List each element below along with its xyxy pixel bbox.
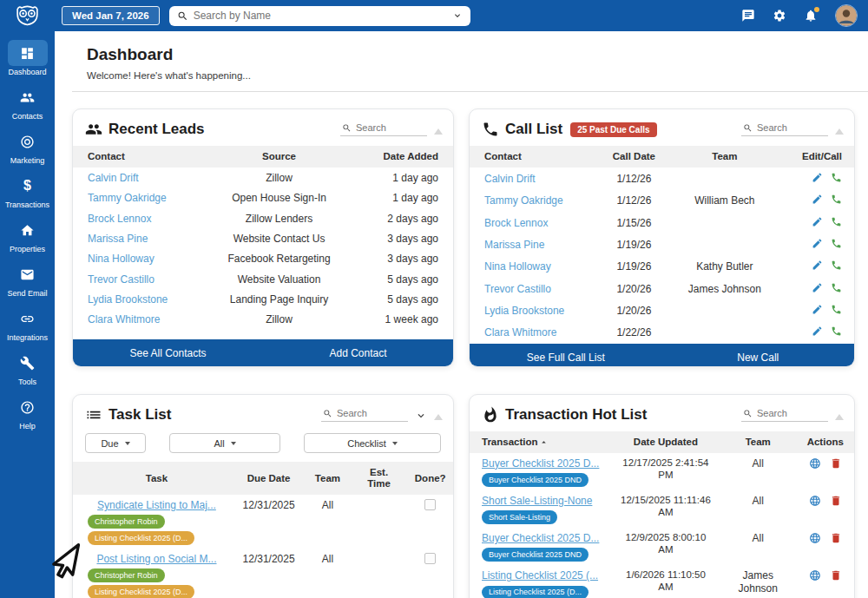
app-logo[interactable] <box>0 4 55 27</box>
topbar: Wed Jan 7, 2026 <box>0 0 868 31</box>
globe-icon[interactable] <box>809 532 821 544</box>
search-icon <box>177 10 188 22</box>
add-contact-button[interactable]: Add Contact <box>263 339 453 366</box>
card-search[interactable] <box>741 122 828 136</box>
call-icon[interactable] <box>831 194 842 205</box>
edit-icon[interactable] <box>812 260 823 271</box>
edit-icon[interactable] <box>812 238 823 249</box>
see-full-call-list-button[interactable]: See Full Call List <box>470 344 662 367</box>
call-icon[interactable] <box>831 282 842 293</box>
card-search[interactable] <box>321 408 408 422</box>
sidebar-item-integrations[interactable]: Integrations <box>0 306 55 342</box>
sidebar-item-label: Contacts <box>12 112 43 121</box>
topbar-search[interactable] <box>169 6 470 26</box>
owl-logo-icon <box>11 4 43 27</box>
collapse-triangle-icon[interactable] <box>434 128 443 135</box>
scope-filter-select[interactable]: All <box>169 433 280 453</box>
trash-icon[interactable] <box>830 457 842 470</box>
sidebar-item-send-email[interactable]: Send Email <box>0 261 55 298</box>
call-team: James Johnson <box>670 278 779 299</box>
task-done-checkbox[interactable] <box>424 499 436 510</box>
lead-source: Zillow <box>204 310 354 330</box>
call-icon[interactable] <box>831 260 842 271</box>
collapse-triangle-icon[interactable] <box>835 128 844 135</box>
contact-link[interactable]: Nina Holloway <box>88 253 155 265</box>
edit-icon[interactable] <box>812 282 823 293</box>
column-header: Contact <box>470 146 598 168</box>
contact-link[interactable]: Clara Whitmore <box>484 326 556 338</box>
trash-icon[interactable] <box>830 532 842 544</box>
messages-button[interactable] <box>741 9 755 23</box>
contact-link[interactable]: Brock Lennox <box>484 217 548 229</box>
topbar-search-input[interactable] <box>194 10 447 22</box>
trash-icon[interactable] <box>830 495 842 507</box>
user-avatar[interactable] <box>835 4 858 27</box>
card-search[interactable] <box>340 122 427 136</box>
transaction-link[interactable]: Listing Checklist 2025 (... <box>482 569 598 582</box>
task-done-checkbox[interactable] <box>424 553 436 564</box>
globe-icon[interactable] <box>809 457 821 470</box>
sidebar-item-tools[interactable]: Tools <box>0 350 55 386</box>
globe-icon[interactable] <box>809 495 821 507</box>
column-header-sortable[interactable]: Transaction <box>470 431 612 453</box>
due-filter-select[interactable]: Due <box>85 433 146 453</box>
chevron-down-icon[interactable] <box>452 10 463 21</box>
transaction-link[interactable]: Buyer Checklist 2025 D... <box>482 532 599 544</box>
call-icon[interactable] <box>831 304 842 315</box>
sidebar-item-help[interactable]: Help <box>0 394 55 430</box>
sidebar-item-contacts[interactable]: Contacts <box>0 84 55 121</box>
sidebar-item-marketing[interactable]: Marketing <box>0 128 55 165</box>
transaction-link[interactable]: Short Sale-Listing-None <box>482 495 592 507</box>
transactions-search-input[interactable] <box>757 408 819 418</box>
edit-icon[interactable] <box>812 194 823 205</box>
edit-icon[interactable] <box>812 172 823 183</box>
sidebar-item-transactions[interactable]: $ Transactions <box>0 173 55 209</box>
task-link[interactable]: Syndicate Listing to Maj... <box>97 499 216 511</box>
contacts-icon <box>20 90 35 105</box>
call-icon[interactable] <box>831 325 842 337</box>
call-icon[interactable] <box>831 172 842 183</box>
contact-link[interactable]: Brock Lennox <box>88 213 151 225</box>
call-date: 1/12/26 <box>598 190 669 212</box>
notifications-button[interactable] <box>804 9 818 23</box>
contact-link[interactable]: Marissa Pine <box>88 233 148 245</box>
tasks-search-input[interactable] <box>337 408 399 418</box>
contact-link[interactable]: Marissa Pine <box>484 239 544 251</box>
task-link[interactable]: Post Listing on Social M... <box>96 553 216 565</box>
call-icon[interactable] <box>831 216 842 227</box>
chevron-down-icon <box>125 442 130 445</box>
call-date: 1/19/26 <box>598 256 669 278</box>
chevron-down-icon[interactable] <box>415 410 427 422</box>
contact-link[interactable]: Lydia Brookstone <box>484 305 564 317</box>
new-call-button[interactable]: New Call <box>662 344 855 367</box>
type-filter-select[interactable]: Checklist <box>304 433 441 453</box>
collapse-triangle-icon[interactable] <box>835 414 844 420</box>
contact-link[interactable]: Nina Holloway <box>484 260 551 273</box>
trash-icon[interactable] <box>830 569 842 582</box>
leads-search-input[interactable] <box>356 122 418 133</box>
see-all-contacts-button[interactable]: See All Contacts <box>73 339 263 366</box>
call-team: William Bech <box>670 190 779 212</box>
collapse-triangle-icon[interactable] <box>434 414 443 420</box>
contact-link[interactable]: Calvin Drift <box>88 172 139 184</box>
globe-icon[interactable] <box>809 569 821 582</box>
settings-button[interactable] <box>773 9 786 23</box>
transaction-link[interactable]: Buyer Checklist 2025 D... <box>482 457 599 470</box>
card-search[interactable] <box>741 408 828 422</box>
contact-link[interactable]: Trevor Castillo <box>88 273 155 286</box>
contact-link[interactable]: Calvin Drift <box>484 173 536 185</box>
call-icon[interactable] <box>831 238 842 249</box>
contact-link[interactable]: Lydia Brookstone <box>88 293 168 306</box>
calls-search-input[interactable] <box>757 122 819 133</box>
contact-link[interactable]: Clara Whitmore <box>88 313 160 325</box>
sidebar-item-dashboard[interactable]: Dashboard <box>0 40 55 76</box>
edit-icon[interactable] <box>812 216 823 227</box>
date-button[interactable]: Wed Jan 7, 2026 <box>62 6 160 25</box>
contact-link[interactable]: Trevor Castillo <box>484 283 551 295</box>
contact-link[interactable]: Tammy Oakridge <box>88 192 167 204</box>
column-header: Date Updated <box>612 431 720 453</box>
sidebar-item-properties[interactable]: Properties <box>0 217 55 253</box>
edit-icon[interactable] <box>812 325 823 337</box>
contact-link[interactable]: Tammy Oakridge <box>484 194 563 207</box>
edit-icon[interactable] <box>812 304 823 315</box>
